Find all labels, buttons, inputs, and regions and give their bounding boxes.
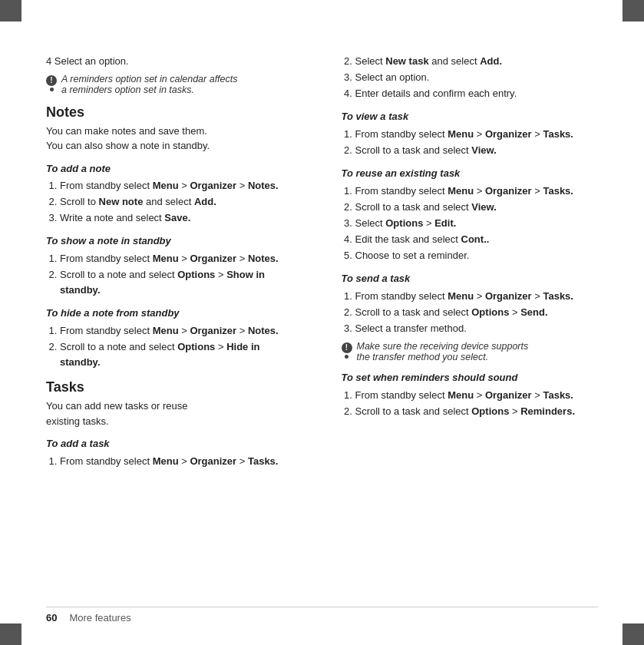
send-task-steps: From standby select Menu > Organizer > T… [355,289,599,336]
footer: 60 More features [46,607,598,624]
list-item: Scroll to a task and select View. [355,143,599,158]
section-title: More features [69,612,130,624]
exclaim-icon: ! [46,75,57,86]
list-item: From standby select Menu > Organizer > N… [60,251,303,266]
list-item: Select New task and select Add. [355,54,599,69]
list-item: Write a note and select Save. [60,210,303,226]
list-item: Scroll to a task and select View. [355,200,599,215]
list-item: Select a transfer method. [355,321,599,336]
list-item: From standby select Menu > Organizer > T… [355,184,599,199]
list-item: From standby select Menu > Organizer > N… [60,323,303,339]
note-text-2: Make sure the receiving device supports … [357,341,599,362]
add-task-steps-right: Select New task and select Add. Select a… [355,54,599,101]
reuse-task-title: To reuse an existing task [342,166,599,181]
add-task-title: To add a task [46,436,303,452]
list-item: Scroll to a note and select Options > Hi… [60,339,303,370]
notes-body2: You can also show a note in standby. [46,138,303,154]
list-item: Scroll to a note and select Options > Sh… [60,267,303,298]
list-item: Choose to set a reminder. [355,248,599,263]
tasks-heading: Tasks [46,379,303,395]
corner-decoration-br [623,624,644,645]
note-reminders: ! A reminders option set in calendar aff… [46,74,303,95]
list-item: From standby select Menu > Organizer > N… [60,178,303,194]
corner-decoration-tl [0,0,21,22]
note-transfer: ! Make sure the receiving device support… [342,341,599,362]
show-note-steps: From standby select Menu > Organizer > N… [60,251,303,298]
view-task-title: To view a task [342,109,599,124]
page: 4 Select an option. ! A reminders option… [0,0,644,645]
main-content: 4 Select an option. ! A reminders option… [46,46,598,614]
left-column: 4 Select an option. ! A reminders option… [46,46,311,614]
show-note-title: To show a note in standby [46,233,303,249]
dot-icon [50,88,54,91]
list-item: From standby select Menu > Organizer > T… [355,388,599,403]
note-icon-2: ! [342,342,352,359]
list-item: Scroll to New note and select Add. [60,194,303,210]
list-item: Enter details and confirm each entry. [355,86,599,101]
tasks-body1: You can add new tasks or reuse [46,399,303,414]
list-item: Edit the task and select Cont.. [355,232,599,247]
add-task-steps-left: From standby select Menu > Organizer > T… [60,454,303,469]
list-item: Select an option. [355,70,599,85]
dot-icon-2 [345,355,348,359]
step4-text: 4 Select an option. [46,54,303,69]
page-number: 60 [46,612,57,624]
reuse-task-steps: From standby select Menu > Organizer > T… [355,184,599,264]
notes-heading: Notes [46,104,303,121]
list-item: Select Options > Edit. [355,216,599,231]
corner-decoration-tr [623,0,644,22]
list-item: Scroll to a task and select Options > Re… [355,404,599,419]
right-column: Select New task and select Add. Select a… [334,46,599,614]
reminder-title: To set when reminders should sound [342,370,599,385]
note-icon: ! [46,75,57,91]
view-task-steps: From standby select Menu > Organizer > T… [355,127,599,158]
add-note-steps: From standby select Menu > Organizer > N… [60,178,303,226]
send-task-title: To send a task [342,271,599,286]
tasks-body2: existing tasks. [46,414,303,429]
list-item: From standby select Menu > Organizer > T… [355,289,599,304]
reminder-steps: From standby select Menu > Organizer > T… [355,388,599,419]
list-item: From standby select Menu > Organizer > T… [355,127,599,142]
add-note-title: To add a note [46,161,303,177]
corner-decoration-bl [0,624,21,645]
list-item: Scroll to a task and select Options > Se… [355,305,599,320]
hide-note-steps: From standby select Menu > Organizer > N… [60,323,303,370]
notes-body1: You can make notes and save them. [46,124,303,139]
hide-note-title: To hide a note from standby [46,306,303,321]
note-text: A reminders option set in calendar affec… [61,74,303,95]
exclaim-icon-2: ! [342,342,352,353]
list-item: From standby select Menu > Organizer > T… [60,454,303,469]
